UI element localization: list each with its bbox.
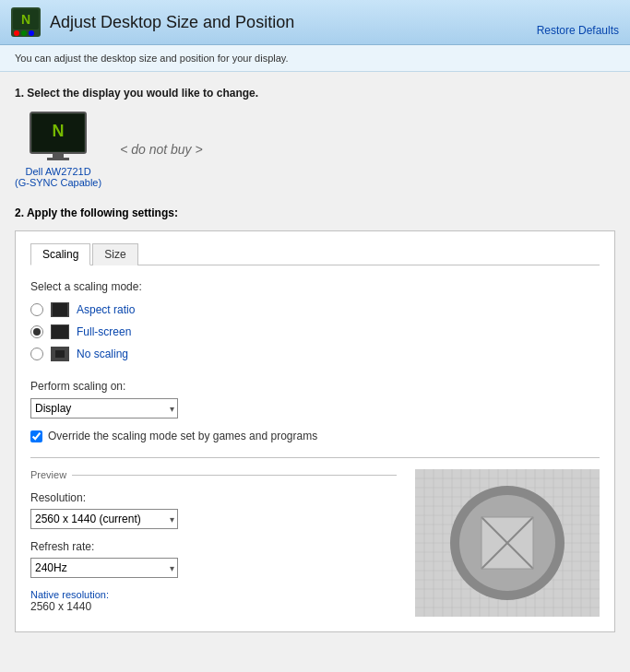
section1-header: 1. Select the display you would like to … (15, 87, 615, 100)
monitor-icon: N (29, 111, 88, 164)
svg-point-5 (29, 30, 34, 36)
radio-label-noscale[interactable]: No scaling (77, 348, 128, 360)
refresh-rate-dropdown-wrapper: 240Hz 144Hz 60Hz ▾ (30, 558, 178, 578)
subtitle-text: You can adjust the desktop size and posi… (15, 53, 289, 64)
title-bar: N Adjust Desktop Size and Position Resto… (0, 0, 630, 45)
preview-divider (72, 475, 397, 476)
native-res-block: Native resolution: 2560 x 1440 (30, 589, 397, 613)
resolution-dropdown[interactable]: 2560 x 1440 (current) 1920 x 1080 1280 x… (30, 509, 178, 529)
perform-scaling-dropdown[interactable]: Display GPU (30, 398, 178, 419)
scaling-radio-group: Aspect ratio Full-screen (30, 302, 600, 361)
restore-defaults-link[interactable]: Restore Defaults (537, 24, 619, 37)
override-checkbox[interactable] (30, 430, 42, 442)
svg-rect-14 (52, 325, 68, 338)
tab-size[interactable]: Size (92, 243, 137, 265)
monitor-label: Dell AW2721D (G-SYNC Capable) (15, 166, 101, 188)
radio-label-aspect[interactable]: Aspect ratio (77, 303, 135, 316)
app-icon: N (11, 7, 41, 37)
preview-legend-row: Preview (30, 469, 397, 480)
svg-point-4 (21, 30, 27, 36)
radio-btn-noscale[interactable] (30, 348, 43, 360)
preview-legend-text: Preview (30, 469, 66, 480)
svg-rect-12 (53, 303, 67, 316)
native-res-value: 2560 x 1440 (30, 600, 397, 613)
subtitle-bar: You can adjust the desktop size and posi… (0, 45, 630, 72)
override-checkbox-label[interactable]: Override the scaling mode set by games a… (48, 430, 317, 442)
mode-icon-fullscreen (51, 324, 69, 339)
main-content: 1. Select the display you would like to … (0, 72, 630, 647)
radio-btn-fullscreen[interactable] (30, 325, 43, 338)
refresh-rate-label: Refresh rate: (30, 540, 397, 553)
perform-scaling-label: Perform scaling on: (30, 380, 600, 393)
preview-svg (415, 469, 600, 617)
svg-point-3 (14, 30, 19, 36)
page-title: Adjust Desktop Size and Position (50, 13, 294, 32)
resolution-dropdown-wrapper: 2560 x 1440 (current) 1920 x 1080 1280 x… (30, 509, 178, 529)
section2-header: 2. Apply the following settings: (15, 206, 615, 219)
mode-icon-aspect (51, 302, 69, 317)
preview-left: Preview Resolution: 2560 x 1440 (current… (30, 469, 397, 617)
perform-scaling-dropdown-wrapper: Display GPU ▾ (30, 398, 178, 419)
native-res-label: Native resolution: (30, 589, 397, 600)
svg-rect-10 (47, 158, 69, 160)
mode-icon-noscale (51, 347, 69, 361)
radio-btn-aspect[interactable] (30, 303, 43, 316)
override-checkbox-row: Override the scaling mode set by games a… (30, 430, 600, 442)
display-name: < do not buy > (120, 142, 203, 157)
preview-canvas (415, 469, 600, 617)
svg-text:N: N (53, 122, 65, 140)
svg-rect-16 (55, 350, 65, 358)
svg-text:N: N (21, 12, 30, 27)
radio-no-scaling[interactable]: No scaling (30, 347, 600, 361)
resolution-label: Resolution: (30, 491, 397, 504)
settings-panel: Scaling Size Select a scaling mode: Aspe… (15, 230, 615, 632)
radio-aspect-ratio[interactable]: Aspect ratio (30, 302, 600, 317)
radio-fullscreen[interactable]: Full-screen (30, 324, 600, 339)
radio-label-fullscreen[interactable]: Full-screen (77, 325, 131, 338)
preview-section: Preview Resolution: 2560 x 1440 (current… (30, 457, 600, 617)
monitor-container[interactable]: N Dell AW2721D (G-SYNC Capable) (15, 111, 101, 188)
title-bar-left: N Adjust Desktop Size and Position (11, 7, 294, 37)
tab-scaling[interactable]: Scaling (30, 243, 90, 265)
refresh-rate-dropdown[interactable]: 240Hz 144Hz 60Hz (30, 558, 178, 578)
tabs: Scaling Size (30, 242, 600, 265)
display-section: N Dell AW2721D (G-SYNC Capable) < do not… (15, 111, 615, 188)
svg-rect-9 (53, 153, 64, 158)
scaling-mode-label: Select a scaling mode: (30, 280, 600, 293)
